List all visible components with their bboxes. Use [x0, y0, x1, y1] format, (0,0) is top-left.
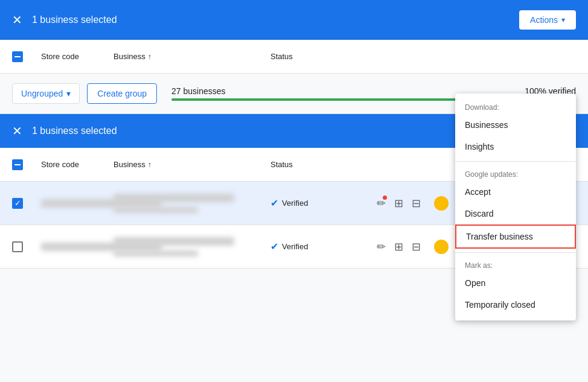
add-photo-icon-2[interactable]: ⊞	[394, 240, 403, 253]
row2-checkbox-col	[12, 241, 41, 252]
status-indicator-2	[434, 240, 449, 254]
create-group-button[interactable]: Create group	[87, 83, 157, 104]
transfer-business-menu-item[interactable]: Transfer business	[455, 224, 576, 249]
download-section-label: Download:	[455, 98, 576, 114]
close-inner-button[interactable]: ✕	[12, 124, 22, 138]
row1-checkbox[interactable]	[12, 198, 23, 209]
sort-arrow-icon: ↑	[148, 53, 152, 61]
status-indicator	[434, 196, 449, 211]
row1-business-detail	[113, 207, 198, 213]
inner-header-checkbox-col	[12, 159, 41, 170]
ungrouped-label: Ungrouped	[21, 89, 63, 98]
businesses-menu-item[interactable]: Businesses	[455, 114, 576, 136]
row2-checkbox[interactable]	[12, 241, 23, 252]
ungrouped-chevron-icon: ▾	[66, 89, 71, 98]
status-header: Status	[270, 52, 367, 61]
table-header: Store code Business ↑ Status	[0, 40, 588, 74]
ungrouped-dropdown[interactable]: Ungrouped ▾	[12, 83, 80, 104]
actions-dropdown-menu: Download: Businesses Insights Google upd…	[455, 94, 576, 320]
business-header: Business ↑	[113, 52, 270, 61]
actions-button[interactable]: Actions ▾	[519, 10, 576, 30]
row2-business-detail	[113, 250, 198, 256]
top-selection-bar: ✕ 1 business selected Actions ▾	[0, 0, 588, 40]
close-top-button[interactable]: ✕	[12, 13, 22, 27]
row2-action-icons: ✏ ⊞ ⊟	[377, 240, 449, 254]
row2-store-code	[41, 243, 113, 251]
select-all-checkbox[interactable]	[12, 51, 23, 62]
temporarily-closed-menu-item[interactable]: Temporarily closed	[455, 294, 576, 316]
google-updates-section-label: Google updates:	[455, 165, 576, 181]
edit-icon[interactable]: ✏	[377, 197, 386, 210]
row2-status-text: Verified	[282, 242, 308, 251]
close-top-icon: ✕	[12, 13, 22, 27]
inner-business-header: Business ↑	[113, 160, 270, 169]
row2-status: ✔ Verified	[270, 241, 367, 252]
row1-action-icons: ✏ ⊞ ⊟	[377, 196, 449, 211]
row1-checkbox-col	[12, 198, 41, 209]
add-photo-icon[interactable]: ⊞	[394, 197, 403, 210]
row1-status-text: Verified	[282, 199, 308, 208]
row1-store-code	[41, 199, 113, 208]
insights-menu-item[interactable]: Insights	[455, 136, 576, 158]
close-inner-icon: ✕	[12, 124, 22, 138]
menu-divider-2	[455, 252, 576, 253]
edit-icon-2[interactable]: ✏	[377, 240, 386, 253]
selection-bar-left: ✕ 1 business selected	[12, 13, 117, 27]
mark-as-section-label: Mark as:	[455, 256, 576, 272]
row1-verified-status: ✔ Verified	[270, 197, 367, 209]
verified-check-icon: ✔	[270, 197, 278, 209]
row2-business-name	[113, 237, 234, 246]
inner-selection-text: 1 business selected	[32, 126, 117, 136]
menu-divider-1	[455, 161, 576, 162]
accept-menu-item[interactable]: Accept	[455, 181, 576, 203]
header-checkbox-col	[12, 51, 41, 62]
inner-status-header: Status	[270, 160, 367, 169]
open-menu-item[interactable]: Open	[455, 272, 576, 294]
discard-menu-item[interactable]: Discard	[455, 203, 576, 224]
actions-label: Actions	[530, 15, 558, 25]
inner-select-all-checkbox[interactable]	[12, 159, 23, 170]
inner-sort-arrow-icon: ↑	[148, 161, 152, 169]
row1-business-name	[113, 194, 234, 202]
row1-status: ✔ Verified	[270, 197, 367, 209]
store-code-header: Store code	[41, 52, 113, 61]
inner-selection-left: ✕ 1 business selected	[12, 124, 117, 138]
verified-check-icon-2: ✔	[270, 241, 278, 252]
businesses-count: 27 businesses	[171, 86, 226, 96]
chevron-down-icon: ▾	[561, 16, 565, 24]
top-selection-text: 1 business selected	[32, 14, 117, 25]
inner-store-code-header: Store code	[41, 160, 113, 169]
add-post-icon-2[interactable]: ⊟	[412, 240, 421, 253]
row2-verified-status: ✔ Verified	[270, 241, 367, 252]
add-post-icon[interactable]: ⊟	[412, 197, 421, 210]
